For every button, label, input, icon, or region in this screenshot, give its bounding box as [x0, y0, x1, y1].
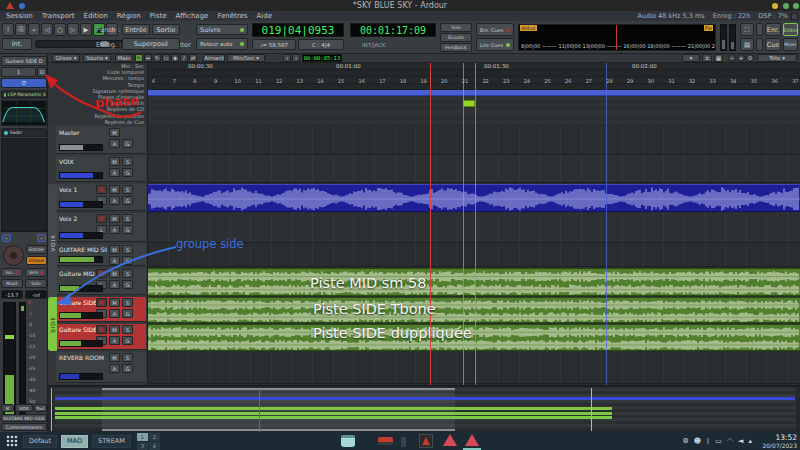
play-cues-button[interactable]: Lire Cues — [476, 38, 514, 51]
region-guitare-mid-waveform[interactable] — [148, 269, 800, 297]
loop-range-marker[interactable] — [463, 100, 475, 107]
primary-clock[interactable]: 019|04|0953 — [252, 23, 344, 37]
button-S[interactable]: S — [122, 214, 133, 223]
grab-mode-button[interactable]: Main — [115, 54, 133, 62]
tool-button-2[interactable]: ✎ — [153, 54, 161, 62]
follow-edits-dropdown[interactable]: Suivre — [196, 24, 248, 35]
track-fader-strip[interactable] — [59, 144, 103, 151]
ruler-label-8[interactable]: Repères de position — [95, 113, 144, 119]
comments-button[interactable]: Commentaires — [1, 423, 47, 431]
button-M[interactable]: M — [109, 325, 120, 334]
button-M[interactable]: M — [109, 353, 120, 362]
zoom-in-button[interactable]: + — [737, 54, 745, 62]
timecode-ruler[interactable] — [148, 70, 800, 77]
app-menu-icon[interactable] — [5, 434, 19, 448]
sync-source-dropdown[interactable]: Int. — [2, 38, 32, 50]
close-button[interactable] — [793, 3, 799, 9]
tool-button-5[interactable]: ∕ — [180, 54, 188, 62]
track-fader-strip[interactable] — [59, 340, 103, 347]
region-voix-1[interactable] — [148, 184, 800, 212]
track-header-master[interactable]: MasterMAG — [56, 127, 146, 154]
button-M[interactable]: M — [109, 298, 120, 307]
record-enable-button[interactable] — [96, 185, 107, 194]
track-fader-strip[interactable] — [59, 256, 103, 263]
start-marker[interactable]: début — [520, 25, 537, 31]
updates-icon[interactable]: ⚙ — [683, 437, 689, 445]
ruler-label-9[interactable]: Repères de Cue — [105, 119, 144, 125]
button-S[interactable]: S — [122, 353, 133, 362]
tool-button-1[interactable]: ↔ — [144, 54, 152, 62]
transport-button-3[interactable]: ◁ — [41, 23, 53, 36]
ardour-app-icon[interactable] — [419, 434, 433, 448]
meter-button-m[interactable]: M — [1, 404, 14, 412]
button-G[interactable]: G — [122, 168, 133, 177]
mic-icon[interactable]: ʘ — [37, 67, 47, 77]
light-feedback[interactable]: Feedback — [440, 43, 472, 52]
zoom-focus-dropdown[interactable]: Tête ▾ — [757, 54, 797, 62]
button-S[interactable]: S — [122, 245, 133, 254]
region-voix-1-waveform[interactable] — [148, 185, 800, 213]
record-mode-dropdown[interactable]: Superposé — [122, 38, 180, 50]
monitor-input-button[interactable]: Entrée — [26, 245, 47, 254]
group-assign-button[interactable]: GUITARE MID SIDE — [1, 414, 47, 422]
button-A[interactable]: A — [109, 168, 120, 177]
menu-session[interactable]: Session — [6, 12, 33, 20]
taskbar-clock[interactable]: 13:52 20/07/2023 — [762, 433, 797, 449]
light-écoute[interactable]: Écoute — [440, 33, 472, 42]
record-enable-button[interactable] — [96, 214, 107, 223]
workspace-1[interactable]: 1 — [137, 433, 148, 441]
bluetooth-icon[interactable]: ᛒ — [706, 437, 710, 445]
track-name[interactable]: VOIX — [59, 158, 74, 165]
track-header-reverb-room[interactable]: REVERB ROOMMSAG — [56, 352, 146, 383]
button-S[interactable]: S — [122, 269, 133, 278]
button-A[interactable]: A — [109, 256, 120, 265]
tempo-button[interactable]: ♩= 58.587 — [252, 39, 296, 50]
track-name[interactable]: Voix 1 — [59, 186, 77, 193]
transport-button-4[interactable]: ○ — [54, 23, 66, 36]
rec-cues-button[interactable]: Enr. Cues — [476, 23, 514, 36]
minsec-ruler[interactable] — [148, 63, 800, 70]
mute-button[interactable]: Muet — [1, 279, 23, 288]
canvas-row-1[interactable] — [148, 156, 800, 183]
end-marker[interactable]: Fin — [704, 25, 713, 31]
eq-curve-display[interactable] — [1, 100, 47, 126]
taskbar-app-mao[interactable]: MAO — [61, 435, 88, 448]
button-G[interactable]: G — [122, 225, 133, 234]
button-A[interactable]: A — [109, 139, 120, 148]
taskbar-app-défaut[interactable]: Défaut — [23, 435, 57, 448]
chat-icon[interactable]: ☻ — [694, 437, 701, 445]
mixer-page-button[interactable]: Mixer — [783, 38, 798, 51]
button-A[interactable]: A — [109, 336, 120, 345]
track-fader-strip[interactable] — [59, 172, 103, 179]
ruler-label-0[interactable]: Min : Sec — [121, 63, 144, 69]
button-A[interactable]: A — [109, 196, 120, 205]
nudge-clock[interactable]: 00:00:05:13 — [302, 54, 342, 62]
cup-icon[interactable] — [341, 435, 355, 447]
menu-fenêtres[interactable]: Fenêtres — [217, 12, 247, 20]
button-A[interactable]: A — [109, 280, 120, 289]
track-header-guitare-mid-side[interactable]: GUITARE MID SIDEMSAG — [56, 244, 146, 266]
record-enable-button[interactable] — [96, 325, 107, 334]
punch-in-button[interactable]: Entrée — [122, 24, 150, 35]
edit-point-dropdown[interactable]: Souris ▾ — [83, 54, 111, 62]
snap-button[interactable]: Aimant — [203, 54, 225, 62]
button-G[interactable]: G — [122, 256, 133, 265]
menu-région[interactable]: Région — [117, 12, 141, 20]
menu-affichage[interactable]: Affichage — [176, 12, 209, 20]
tray-expand-icon[interactable]: ▴ — [748, 437, 752, 445]
solo-button[interactable]: Solo — [25, 279, 47, 288]
track-name[interactable]: Voix 2 — [59, 215, 77, 222]
track-fader-strip[interactable] — [59, 201, 103, 208]
menu-piste[interactable]: Piste — [150, 12, 167, 20]
transport-button-0[interactable]: ! — [2, 23, 14, 36]
strip-input-button[interactable]: 1 — [1, 67, 36, 77]
editor-canvas[interactable]: 00:00:3000:01:0000:01:3000:02:0067891011… — [148, 63, 800, 385]
track-name[interactable]: REVERB ROOM — [59, 354, 104, 361]
gain-fader[interactable] — [3, 302, 16, 418]
punch-out-button[interactable]: Sortie — [152, 24, 180, 35]
record-arm-button[interactable] — [3, 245, 24, 266]
track-header-guitare-side-g[interactable]: Guitare SIDE GMSLAG — [56, 297, 146, 322]
solo-safe-button[interactable]: Vers — [25, 268, 47, 277]
region-guitare-side-g[interactable] — [148, 297, 800, 323]
bars-ruler[interactable] — [148, 77, 800, 84]
